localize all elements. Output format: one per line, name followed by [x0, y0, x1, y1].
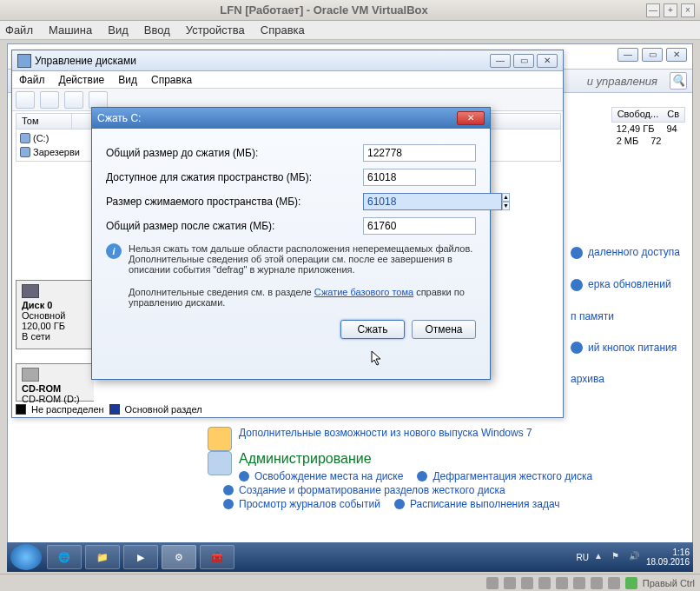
- cancel-button[interactable]: Отмена: [412, 320, 476, 339]
- label-shrink-amount: Размер сжимаемого пространства (МБ):: [106, 196, 363, 208]
- host-titlebar: LFN [Работает] - Oracle VM VirtualBox — …: [0, 0, 700, 21]
- guest-desktop: — ▭ ✕ и управления 🔍 даленного доступа е…: [7, 43, 693, 553]
- cdrom-label: CD-ROM: [22, 383, 61, 394]
- bullet-icon: [223, 499, 234, 509]
- dm-titlebar[interactable]: Управление дисками — ▭ ✕: [12, 50, 563, 71]
- admin-tools-icon: [208, 451, 232, 475]
- flag-icon: [571, 279, 583, 291]
- disk0-label: Диск 0: [22, 300, 52, 310]
- host-minimize-button[interactable]: —: [646, 3, 660, 17]
- value-total-before: 122778: [363, 144, 476, 162]
- disk0-type: Основной: [22, 310, 65, 321]
- dm-title-text: Управление дисками: [35, 55, 490, 67]
- taskbar-app-control-panel[interactable]: ⚙: [162, 545, 196, 569]
- col-tom[interactable]: Том: [17, 114, 72, 129]
- toolbar-forward-icon[interactable]: [40, 91, 59, 109]
- guest-minimize-button[interactable]: —: [617, 48, 638, 62]
- vbox-record-icon[interactable]: [591, 577, 603, 589]
- vbox-usb-icon[interactable]: [538, 577, 551, 589]
- dm-menu-view[interactable]: Вид: [118, 74, 137, 86]
- admin-header[interactable]: Администрирование: [208, 451, 675, 467]
- vbox-display-icon[interactable]: [573, 577, 585, 589]
- cdrom-panel[interactable]: CD-ROM CD-ROM (D:): [16, 363, 94, 402]
- start-button[interactable]: [10, 544, 42, 570]
- vbox-hdd-icon[interactable]: [486, 577, 499, 589]
- host-menu-input[interactable]: Ввод: [144, 23, 170, 37]
- system-tray: RU ▲ ⚑ 🔊 1:16 18.09.2016: [576, 548, 690, 567]
- guest-close-button[interactable]: ✕: [666, 48, 687, 62]
- dm-minimize-button[interactable]: —: [490, 54, 511, 68]
- label-total-after: Общий размер после сжатия (МБ):: [106, 220, 363, 232]
- host-menu-machine[interactable]: Машина: [49, 23, 92, 37]
- host-menu-devices[interactable]: Устройства: [186, 23, 245, 37]
- dlg-titlebar[interactable]: Сжать C: ✕: [92, 108, 490, 129]
- disk0-panel[interactable]: Диск 0 Основной 120,00 ГБ В сети: [16, 280, 94, 349]
- label-available: Доступное для сжатия пространство (МБ):: [106, 171, 363, 183]
- host-menubar: Файл Машина Вид Ввод Устройства Справка: [0, 21, 700, 40]
- host-menu-file[interactable]: Файл: [5, 23, 33, 37]
- shrink-amount-input[interactable]: [363, 193, 502, 210]
- value-total-after: 61760: [363, 217, 476, 235]
- tray-action-icon[interactable]: ⚑: [611, 551, 624, 563]
- vbox-network-icon[interactable]: [521, 577, 533, 589]
- link-windows7-features[interactable]: Дополнительные возможности из нового вып…: [239, 427, 532, 439]
- shrink-button[interactable]: Сжать: [340, 320, 405, 339]
- legend-swatch-unallocated: [16, 404, 26, 415]
- tray-volume-icon[interactable]: 🔊: [629, 551, 641, 563]
- volume-row-reserved-ext[interactable]: 2 МБ72: [611, 135, 685, 147]
- link-format-partitions[interactable]: Создание и форматирование разделов жестк…: [239, 484, 505, 496]
- side-link-updates[interactable]: ерка обновлений: [571, 278, 680, 291]
- link-event-logs[interactable]: Просмотр журналов событий: [239, 498, 380, 510]
- toolbar-back-icon[interactable]: [16, 91, 35, 109]
- link-task-scheduler[interactable]: Расписание выполнения задач: [410, 498, 560, 510]
- dm-menu-file[interactable]: Файл: [19, 74, 45, 86]
- tray-clock[interactable]: 1:16 18.09.2016: [646, 548, 690, 567]
- side-link-remote[interactable]: даленного доступа: [571, 246, 680, 259]
- info-icon: i: [106, 243, 122, 259]
- col-svobod[interactable]: Свобод...: [617, 109, 659, 121]
- dm-menu-help[interactable]: Справка: [151, 74, 192, 86]
- dm-close-button[interactable]: ✕: [537, 54, 558, 68]
- tray-lang[interactable]: RU: [576, 553, 588, 562]
- shrink-amount-spinner[interactable]: ▲▼: [363, 193, 476, 210]
- vbox-shared-icon[interactable]: [556, 577, 568, 589]
- vbox-cpu-icon[interactable]: [608, 577, 620, 589]
- taskbar-ie-icon[interactable]: 🌐: [47, 545, 82, 569]
- host-close-button[interactable]: ×: [681, 3, 695, 17]
- toolbar-refresh-icon[interactable]: [64, 91, 83, 109]
- vbox-optical-icon[interactable]: [504, 577, 516, 589]
- taskbar-media-icon[interactable]: ▶: [123, 545, 158, 569]
- vbox-mouse-icon[interactable]: [625, 577, 637, 589]
- help-link[interactable]: Сжатие базового тома: [314, 287, 413, 297]
- disk0-size: 120,00 ГБ: [22, 321, 65, 331]
- dm-maximize-button[interactable]: ▭: [513, 54, 534, 68]
- taskbar-explorer-icon[interactable]: 📁: [85, 545, 120, 569]
- side-link-memory[interactable]: п памяти: [571, 310, 680, 322]
- spinner-up-icon[interactable]: ▲: [502, 193, 510, 202]
- host-maximize-button[interactable]: +: [664, 3, 677, 17]
- search-icon[interactable]: 🔍: [670, 72, 687, 90]
- tray-flag-icon[interactable]: ▲: [594, 551, 606, 563]
- disk0-state: В сети: [22, 331, 50, 342]
- dm-menu-action[interactable]: Действие: [59, 74, 105, 86]
- label-total-before: Общий размер до сжатия (МБ):: [106, 147, 363, 159]
- volume-icon: [20, 147, 30, 157]
- side-link-archive[interactable]: архива: [571, 373, 680, 385]
- taskbar-app-toolbox[interactable]: 🧰: [200, 545, 234, 569]
- dm-menubar: Файл Действие Вид Справка: [12, 71, 563, 89]
- legend-swatch-primary: [109, 404, 120, 415]
- dlg-close-button[interactable]: ✕: [457, 111, 485, 125]
- guest-maximize-button[interactable]: ▭: [642, 48, 663, 62]
- link-disk-cleanup[interactable]: Освобождение места на диске: [254, 470, 403, 482]
- col-sv[interactable]: Св: [667, 109, 679, 121]
- legend-unallocated: Не распределен: [31, 404, 104, 415]
- link-defrag[interactable]: Дефрагментация жесткого диска: [433, 470, 592, 482]
- volume-row-c-ext[interactable]: 12,49 ГБ94: [611, 123, 685, 135]
- spinner-down-icon[interactable]: ▼: [502, 202, 510, 210]
- dlg-title-text: Сжать C:: [97, 112, 457, 124]
- host-menu-help[interactable]: Справка: [261, 23, 305, 37]
- side-link-power[interactable]: ий кнопок питания: [571, 342, 680, 355]
- host-menu-view[interactable]: Вид: [108, 23, 129, 37]
- value-available: 61018: [363, 169, 476, 186]
- toolbar-help-icon[interactable]: [89, 91, 108, 109]
